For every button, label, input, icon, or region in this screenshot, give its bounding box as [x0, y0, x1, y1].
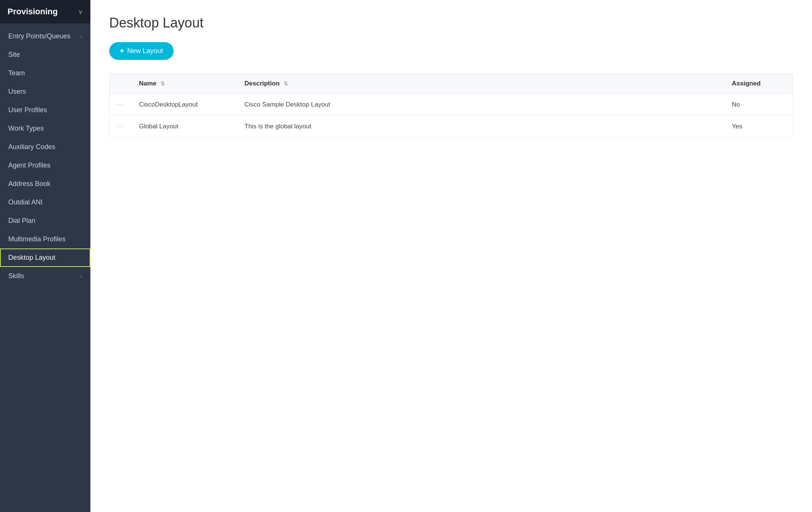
sidebar-nav: Entry Points/Queues‹SiteTeamUsersUser Pr…: [0, 23, 90, 289]
row-assigned: No: [725, 94, 793, 116]
sidebar-item-label: Team: [8, 69, 25, 77]
sidebar-item-site[interactable]: Site: [0, 46, 90, 64]
sidebar-item-label: Desktop Layout: [8, 254, 55, 262]
row-name: CiscoDesktopLayout: [132, 94, 238, 116]
table-row: ···CiscoDesktopLayoutCisco Sample Deskto…: [110, 94, 793, 116]
sidebar-item-label: Multimedia Profiles: [8, 235, 66, 243]
row-actions-dots[interactable]: ···: [116, 122, 124, 130]
sidebar-item-chevron-icon: ‹: [81, 273, 82, 279]
sidebar-item-work-types[interactable]: Work Types: [0, 119, 90, 138]
sidebar-item-label: Dial Plan: [8, 217, 35, 225]
row-actions[interactable]: ···: [110, 116, 132, 137]
sidebar-item-team[interactable]: Team: [0, 64, 90, 82]
new-layout-label: New Layout: [127, 47, 163, 55]
sidebar-item-auxiliary-codes[interactable]: Auxiliary Codes: [0, 138, 90, 156]
col-header-name[interactable]: Name ⇅: [132, 74, 238, 94]
sidebar-item-skills[interactable]: Skills‹: [0, 267, 90, 285]
col-header-actions: [110, 74, 132, 94]
row-actions-dots[interactable]: ···: [116, 101, 124, 108]
sidebar-item-users[interactable]: Users: [0, 82, 90, 101]
sidebar-item-label: Users: [8, 88, 26, 96]
sidebar-header: Provisioning ∨: [0, 0, 90, 23]
layouts-table-container: Name ⇅ Description ⇅ Assigned ···CiscoDe…: [109, 73, 793, 137]
sidebar-item-label: Agent Profiles: [8, 162, 50, 169]
sidebar-item-outdial-ani[interactable]: Outdial ANI: [0, 193, 90, 212]
row-actions[interactable]: ···: [110, 94, 132, 116]
col-header-description[interactable]: Description ⇅: [238, 74, 725, 94]
table-row: ···Global LayoutThis is the global layou…: [110, 116, 793, 137]
new-layout-button[interactable]: + New Layout: [109, 42, 174, 60]
sidebar-chevron-icon[interactable]: ∨: [78, 8, 83, 15]
sidebar-item-label: User Profiles: [8, 106, 47, 114]
sidebar-item-desktop-layout[interactable]: Desktop Layout: [0, 248, 90, 267]
table-body: ···CiscoDesktopLayoutCisco Sample Deskto…: [110, 94, 793, 137]
row-description: Cisco Sample Desktop Layout: [238, 94, 725, 116]
sidebar-item-label: Outdial ANI: [8, 198, 43, 206]
row-name: Global Layout: [132, 116, 238, 137]
sidebar-item-label: Entry Points/Queues: [8, 32, 70, 40]
main-content: Desktop Layout + New Layout Name ⇅ Descr…: [90, 0, 812, 512]
name-sort-icon[interactable]: ⇅: [160, 81, 165, 87]
layouts-table: Name ⇅ Description ⇅ Assigned ···CiscoDe…: [110, 74, 793, 137]
sidebar-item-address-book[interactable]: Address Book: [0, 175, 90, 193]
sidebar-item-entry-points[interactable]: Entry Points/Queues‹: [0, 27, 90, 46]
row-description: This is the global layout: [238, 116, 725, 137]
sidebar-item-agent-profiles[interactable]: Agent Profiles: [0, 156, 90, 175]
sidebar-item-dial-plan[interactable]: Dial Plan: [0, 212, 90, 230]
sidebar-title: Provisioning: [8, 7, 58, 17]
sidebar-item-chevron-icon: ‹: [81, 34, 82, 39]
sidebar-item-label: Site: [8, 51, 20, 59]
row-assigned: Yes: [725, 116, 793, 137]
sidebar: Provisioning ∨ Entry Points/Queues‹SiteT…: [0, 0, 90, 512]
sidebar-item-label: Auxiliary Codes: [8, 143, 55, 151]
sidebar-item-label: Work Types: [8, 125, 44, 133]
plus-icon: +: [120, 47, 124, 55]
description-sort-icon[interactable]: ⇅: [284, 81, 288, 87]
sidebar-item-multimedia-profiles[interactable]: Multimedia Profiles: [0, 230, 90, 248]
sidebar-item-label: Skills: [8, 272, 24, 280]
sidebar-item-label: Address Book: [8, 180, 50, 188]
page-title: Desktop Layout: [109, 15, 793, 31]
table-header-row: Name ⇅ Description ⇅ Assigned: [110, 74, 793, 94]
sidebar-item-user-profiles[interactable]: User Profiles: [0, 101, 90, 119]
col-header-assigned: Assigned: [725, 74, 793, 94]
